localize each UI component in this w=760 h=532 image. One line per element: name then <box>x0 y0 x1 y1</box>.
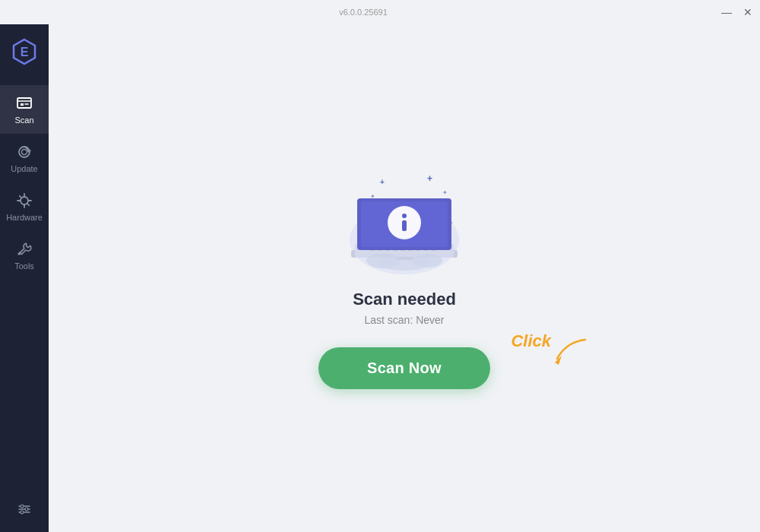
update-icon <box>15 143 33 161</box>
svg-point-43 <box>402 214 407 218</box>
minimize-button[interactable]: — <box>720 6 733 18</box>
svg-rect-2 <box>17 98 31 108</box>
logo-icon: E <box>11 38 38 65</box>
sidebar-item-scan-label: Scan <box>14 116 33 125</box>
app-body: E Scan <box>0 24 760 532</box>
svg-text:E: E <box>21 46 29 59</box>
window-controls: — ✕ <box>720 6 754 18</box>
scan-needed-title: Scan needed <box>353 290 456 309</box>
laptop-svg: + + ✦ ✦ + + ✦ <box>328 168 480 290</box>
svg-rect-44 <box>402 220 407 231</box>
svg-text:+: + <box>380 178 385 186</box>
version-label: v6.0.0.25691 <box>339 8 388 17</box>
scan-now-button[interactable]: Scan Now <box>318 347 490 389</box>
click-arrow-svg <box>551 336 593 366</box>
svg-text:+: + <box>427 173 432 184</box>
svg-point-48 <box>378 255 431 271</box>
title-bar: v6.0.0.25691 — ✕ <box>0 0 760 24</box>
settings-icon[interactable] <box>17 502 32 517</box>
svg-point-20 <box>21 511 24 514</box>
sidebar-bottom <box>17 502 32 517</box>
sidebar-item-hardware-label: Hardware <box>6 213 43 222</box>
click-annotation: Click <box>511 331 593 366</box>
sidebar-item-hardware[interactable]: Hardware <box>0 182 49 231</box>
sidebar-item-update[interactable]: Update <box>0 134 49 182</box>
svg-line-13 <box>20 196 22 198</box>
sidebar-nav: Scan Update <box>0 85 49 502</box>
svg-point-18 <box>21 505 24 508</box>
center-panel: + + ✦ ✦ + + ✦ <box>318 168 490 389</box>
close-button[interactable]: ✕ <box>742 6 754 18</box>
svg-rect-4 <box>21 103 24 106</box>
sidebar-item-update-label: Update <box>11 164 37 173</box>
sidebar-item-scan[interactable]: Scan <box>0 85 49 134</box>
scan-icon <box>15 94 33 112</box>
hardware-icon <box>15 192 33 210</box>
sidebar-item-tools-label: Tools <box>14 261 34 271</box>
laptop-illustration: + + ✦ ✦ + + ✦ <box>328 168 480 290</box>
click-label: Click <box>511 331 551 351</box>
sidebar-item-tools[interactable]: Tools <box>0 231 49 280</box>
main-content: + + ✦ ✦ + + ✦ <box>49 24 760 532</box>
app-logo[interactable]: E <box>0 24 49 79</box>
svg-line-14 <box>27 204 30 206</box>
svg-point-19 <box>25 508 28 511</box>
sidebar: E Scan <box>0 24 49 532</box>
last-scan-text: Last scan: Never <box>364 314 444 326</box>
svg-point-6 <box>19 147 30 157</box>
svg-point-7 <box>22 150 27 155</box>
svg-text:✦: ✦ <box>442 189 448 196</box>
tools-icon <box>15 240 33 258</box>
